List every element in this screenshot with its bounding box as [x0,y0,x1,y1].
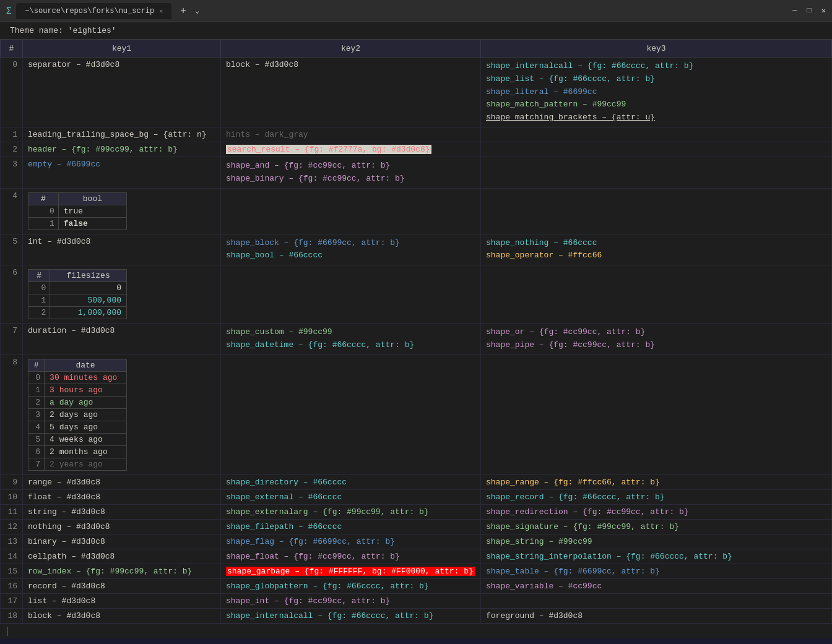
row-7-col1: duration – #d3d0c8 [23,324,221,355]
row-10-col1: float – #d3d0c8 [23,489,221,504]
table-row: 9 range – #d3d0c8 shape_directory – #66c… [1,474,832,489]
table-row: 14 cellpath – #d3d0c8 shape_float – {fg:… [1,549,832,564]
row-8-col2 [221,354,481,474]
row-16-col3: shape_variable – #cc99cc [481,578,832,593]
bool-table: # bool 0 true 1 false [28,192,127,230]
row-12-col3: shape_signature – {fg: #99cc99, attr: b} [481,519,832,534]
row-1-col3 [481,127,832,142]
table-row: 10 float – #d3d0c8 shape_external – #66c… [1,489,832,504]
row-8-col3 [481,354,832,474]
row-num-2: 2 [1,142,23,157]
row-17-col1: list – #d3d0c8 [23,593,221,608]
close-button[interactable]: ✕ [821,6,826,15]
row-num-10: 10 [1,489,23,504]
row-16-col1: record – #d3d0c8 [23,578,221,593]
row-4-col1: # bool 0 true 1 false [23,188,221,234]
table-row: 13 binary – #d3d0c8 shape_flag – {fg: #6… [1,534,832,549]
row-num-16: 16 [1,578,23,593]
app-icon: Σ [6,6,11,16]
row-num-9: 9 [1,474,23,489]
row-12-col1: nothing – #d3d0c8 [23,519,221,534]
theme-text: Theme name: 'eighties' [10,26,116,35]
row-2-col3 [481,142,832,157]
row-15-col2: shape_garbage – {fg: #FFFFFF, bg: #FF000… [221,564,481,578]
row-4-col3 [481,188,832,234]
row-6-col2 [221,265,481,324]
row-num-11: 11 [1,504,23,519]
row-13-col3: shape_string – #99cc99 [481,534,832,549]
tab-label: ~\source\repos\forks\nu_scrip [25,7,154,15]
row-7-col3: shape_or – {fg: #cc99cc, attr: b} shape_… [481,324,832,355]
table-row: 11 string – #d3d0c8 shape_externalarg – … [1,504,832,519]
new-tab-button[interactable]: + [176,6,190,17]
row-1-col2: hints – dark_gray [221,127,481,142]
tab-chevron-icon[interactable]: ⌄ [195,6,199,15]
table-row: 12 nothing – #d3d0c8 shape_filepath – #6… [1,519,832,534]
row-num-13: 13 [1,534,23,549]
row-3-col1: empty – #6699cc [23,157,221,188]
table-row: 6 # filesizes 0 0 [1,265,832,324]
filesizes-table: # filesizes 0 0 1 500,000 [28,269,127,319]
row-9-col1: range – #d3d0c8 [23,474,221,489]
row-7-col2: shape_custom – #99cc99 shape_datetime – … [221,324,481,355]
row-14-col2: shape_float – {fg: #cc99cc, attr: b} [221,549,481,564]
row-0-col2: block – #d3d0c8 [221,58,481,127]
row-3-col3 [481,157,832,188]
row-18-col1: block – #d3d0c8 [23,608,221,623]
row-1-col1: leading_trailing_space_bg – {attr: n} [23,127,221,142]
row-9-col2: shape_directory – #66cccc [221,474,481,489]
row-num-0: 0 [1,58,23,127]
row-num-6: 6 [1,265,23,324]
row-num-5: 5 [1,234,23,265]
maximize-button[interactable]: □ [807,6,812,15]
row-4-col2 [221,188,481,234]
row-15-col3: shape_table – {fg: #6699cc, attr: b} [481,564,832,578]
table-row: 3 empty – #6699cc shape_and – {fg: #cc99… [1,157,832,188]
table-row: 17 list – #d3d0c8 shape_int – {fg: #cc99… [1,593,832,608]
row-6-col1: # filesizes 0 0 1 500,000 [23,265,221,324]
row-18-col2: shape_internalcall – {fg: #66cccc, attr:… [221,608,481,623]
tab-close-icon[interactable]: ✕ [159,7,163,15]
row-17-col3 [481,593,832,608]
row-0-col1: separator – #d3d0c8 [23,58,221,127]
row-11-col2: shape_externalarg – {fg: #99cc99, attr: … [221,504,481,519]
row-18-col3: foreground – #d3d0c8 [481,608,832,623]
row-15-col1: row_index – {fg: #99cc99, attr: b} [23,564,221,578]
table-row: 1 leading_trailing_space_bg – {attr: n} … [1,127,832,142]
row-num-12: 12 [1,519,23,534]
table-row: 0 separator – #d3d0c8 block – #d3d0c8 sh… [1,58,832,127]
row-num-1: 1 [1,127,23,142]
row-num-8: 8 [1,354,23,474]
table-row: 7 duration – #d3d0c8 shape_custom – #99c… [1,324,832,355]
row-11-col3: shape_redirection – {fg: #cc99cc, attr: … [481,504,832,519]
row-8-col1: # date 0 30 minutes ago 1 3 hours ago [23,354,221,474]
row-13-col2: shape_flag – {fg: #6699cc, attr: b} [221,534,481,549]
row-num-14: 14 [1,549,23,564]
window-controls: — □ ✕ [792,6,826,15]
table-row: 4 # bool 0 true [1,188,832,234]
row-num-7: 7 [1,324,23,355]
row-10-col2: shape_external – #66cccc [221,489,481,504]
cursor-line: │ [0,624,832,638]
table-row: 16 record – #d3d0c8 shape_globpattern – … [1,578,832,593]
row-6-col3 [481,265,832,324]
row-num-18: 18 [1,608,23,623]
row-17-col2: shape_int – {fg: #cc99cc, attr: b} [221,593,481,608]
row-num-17: 17 [1,593,23,608]
minimize-button[interactable]: — [792,6,797,15]
row-3-col2: shape_and – {fg: #cc99cc, attr: b} shape… [221,157,481,188]
header-key1: key1 [23,40,221,58]
header-key2: key2 [221,40,481,58]
theme-line: Theme name: 'eighties' [0,22,832,40]
row-num-3: 3 [1,157,23,188]
table-row: 2 header – {fg: #99cc99, attr: b} search… [1,142,832,157]
row-0-col3: shape_internalcall – {fg: #66cccc, attr:… [481,58,832,127]
row-num-4: 4 [1,188,23,234]
row-13-col1: binary – #d3d0c8 [23,534,221,549]
main-table: # key1 key2 key3 0 separator – #d3d0c8 b… [0,40,832,624]
row-12-col2: shape_filepath – #66cccc [221,519,481,534]
row-16-col2: shape_globpattern – {fg: #66cccc, attr: … [221,578,481,593]
row-5-col2: shape_block – {fg: #6699cc, attr: b} sha… [221,234,481,265]
row-2-col2: search_result – {fg: #f2777a, bg: #d3d0c… [221,142,481,157]
title-tab[interactable]: ~\source\repos\forks\nu_scrip ✕ [16,3,171,19]
